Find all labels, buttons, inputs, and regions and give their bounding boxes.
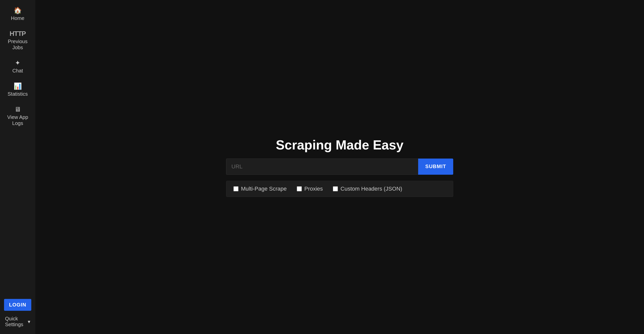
multi-page-scrape-label: Multi-Page Scrape xyxy=(241,186,287,192)
statistics-icon: 📊 xyxy=(14,83,22,89)
sidebar-bottom: LOGIN Quick Settings ▾ xyxy=(0,295,35,334)
submit-button[interactable]: SUBMIT xyxy=(418,159,453,175)
custom-headers-option[interactable]: Custom Headers (JSON) xyxy=(333,186,402,192)
sidebar-item-previous-jobs-label: Previous Jobs xyxy=(3,38,33,50)
sidebar-item-statistics[interactable]: 📊 Statistics xyxy=(0,78,35,101)
sidebar-item-home[interactable]: 🏠 Home xyxy=(0,3,35,26)
multi-page-scrape-checkbox[interactable] xyxy=(233,186,238,191)
chevron-down-icon: ▾ xyxy=(28,319,30,325)
sidebar-item-view-app-logs-label: View App Logs xyxy=(3,114,33,126)
sidebar-item-home-label: Home xyxy=(11,15,24,21)
custom-headers-label: Custom Headers (JSON) xyxy=(340,186,402,192)
sidebar-item-chat-label: Chat xyxy=(12,68,23,74)
url-row: SUBMIT xyxy=(226,159,453,175)
sidebar: 🏠 Home HTTP Previous Jobs ✦ Chat 📊 Stati… xyxy=(0,0,35,334)
sidebar-item-view-app-logs[interactable]: 🖥 View App Logs xyxy=(0,101,35,131)
quick-settings-toggle[interactable]: Quick Settings ▾ xyxy=(4,313,31,330)
sidebar-item-statistics-label: Statistics xyxy=(8,91,28,97)
custom-headers-checkbox[interactable] xyxy=(333,186,338,191)
quick-settings-label: Quick Settings xyxy=(5,316,28,327)
app-logs-icon: 🖥 xyxy=(14,106,21,113)
page-title: Scraping Made Easy xyxy=(276,137,404,152)
proxies-checkbox[interactable] xyxy=(297,186,302,191)
chat-icon: ✦ xyxy=(15,60,20,66)
proxies-label: Proxies xyxy=(304,186,323,192)
login-button[interactable]: LOGIN xyxy=(4,299,31,311)
main-content: Scraping Made Easy SUBMIT Multi-Page Scr… xyxy=(35,0,644,334)
home-icon: 🏠 xyxy=(14,7,22,14)
options-row: Multi-Page Scrape Proxies Custom Headers… xyxy=(226,181,453,197)
proxies-option[interactable]: Proxies xyxy=(297,186,323,192)
center-panel: Scraping Made Easy SUBMIT Multi-Page Scr… xyxy=(226,137,453,197)
sidebar-item-chat[interactable]: ✦ Chat xyxy=(0,55,35,78)
multi-page-scrape-option[interactable]: Multi-Page Scrape xyxy=(233,186,287,192)
http-icon: HTTP xyxy=(10,30,26,37)
url-input[interactable] xyxy=(226,159,418,175)
sidebar-item-previous-jobs[interactable]: HTTP Previous Jobs xyxy=(0,26,35,55)
sidebar-nav: 🏠 Home HTTP Previous Jobs ✦ Chat 📊 Stati… xyxy=(0,0,35,295)
